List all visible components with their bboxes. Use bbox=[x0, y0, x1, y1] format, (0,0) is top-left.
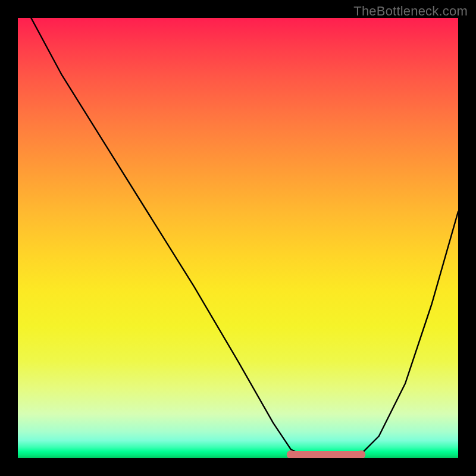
watermark-text: TheBottleneck.com bbox=[353, 4, 468, 19]
plot-area bbox=[18, 18, 458, 458]
bottleneck-curve bbox=[18, 18, 458, 458]
chart-frame: TheBottleneck.com bbox=[0, 0, 476, 476]
